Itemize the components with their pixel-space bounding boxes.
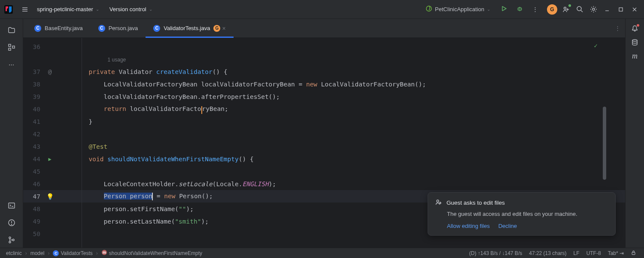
method-icon: m	[101, 249, 107, 257]
breadcrumb-item[interactable]: m shouldNotValidateWhenFirstNameEmpty	[100, 249, 204, 258]
svg-rect-36	[632, 252, 635, 255]
editor-tabs: C BaseEntity.java C Person.java C Valida…	[23, 19, 625, 38]
run-test-gutter-icon[interactable]: ▶	[45, 156, 55, 162]
maximize-window-button[interactable]	[615, 3, 627, 15]
line-number: 46	[23, 181, 45, 187]
line-number: 38	[23, 81, 45, 88]
svg-line-17	[581, 10, 583, 12]
code-with-me-button[interactable]	[560, 3, 572, 15]
terminal-tool-button[interactable]	[4, 198, 19, 213]
editor-tab[interactable]: C Person.java	[91, 19, 146, 38]
svg-point-38	[440, 203, 440, 203]
line-number: 42	[23, 131, 45, 138]
status-caret-pos[interactable]: 47:22 (13 chars)	[526, 250, 570, 256]
decline-link[interactable]: Decline	[498, 223, 517, 229]
minimize-window-button[interactable]	[601, 3, 613, 15]
debug-button[interactable]	[513, 3, 526, 15]
tab-label: Person.java	[109, 25, 138, 31]
line-number: 44	[23, 156, 45, 163]
maven-icon: m	[632, 52, 638, 61]
structure-tool-button[interactable]	[4, 40, 19, 55]
popup-body: The guest will access and edit files on …	[435, 210, 608, 218]
scrollbar-thumb[interactable]	[603, 107, 606, 180]
line-number: 39	[23, 93, 45, 100]
line-number: 43	[23, 143, 45, 150]
status-encoding[interactable]: UTF-8	[583, 250, 605, 256]
settings-button[interactable]	[587, 3, 599, 15]
status-indent[interactable]: Tab* ⇥	[605, 250, 627, 256]
guest-caret	[201, 106, 202, 114]
svg-rect-25	[12, 46, 15, 48]
breadcrumb-item[interactable]: model	[29, 249, 46, 257]
svg-point-32	[12, 239, 14, 241]
more-tools-button[interactable]: ⋯	[4, 57, 19, 72]
svg-rect-24	[9, 48, 11, 50]
status-readonly-toggle[interactable]	[627, 250, 640, 257]
svg-point-29	[11, 224, 12, 225]
status-traffic[interactable]: (D) ↑143 B/s / ↓147 B/s	[466, 250, 526, 256]
guest-edit-request-popup: Guest asks to edit files The guest will …	[428, 192, 616, 236]
line-number: 49	[23, 218, 45, 225]
more-actions-button[interactable]: ⋮	[529, 3, 541, 15]
run-button[interactable]	[498, 3, 510, 15]
line-number: 40	[23, 106, 45, 113]
chevron-right-icon: ›	[96, 250, 98, 256]
svg-point-13	[564, 7, 566, 9]
notifications-button[interactable]	[629, 22, 641, 34]
close-tab-button[interactable]: ×	[222, 25, 225, 32]
close-window-button[interactable]	[629, 3, 641, 15]
override-gutter-icon[interactable]: @	[45, 68, 55, 75]
left-tool-strip: ⋯	[0, 19, 23, 248]
tab-label: ValidatorTests.java	[164, 25, 210, 31]
class-icon: C	[153, 25, 160, 32]
breadcrumb-item[interactable]: etclinic	[4, 249, 24, 257]
editor-tab[interactable]: C ValidatorTests.java G ×	[146, 19, 233, 38]
play-icon	[501, 6, 507, 13]
run-configuration-selector[interactable]: PetClinicApplication ⌄	[421, 3, 495, 15]
vertical-dots-icon: ⋮	[615, 25, 620, 31]
tab-options-button[interactable]: ⋮	[610, 22, 625, 34]
status-line-ending[interactable]: LF	[570, 250, 583, 256]
line-number: 36	[23, 43, 45, 50]
avatar-badge: G	[547, 4, 557, 15]
class-icon: C	[34, 25, 41, 32]
svg-text:m: m	[103, 250, 106, 255]
notification-dot-icon	[637, 24, 639, 27]
chevron-down-icon: ⌄	[149, 7, 152, 12]
editor-tab[interactable]: C BaseEntity.java	[27, 19, 91, 38]
chevron-right-icon: ›	[25, 250, 27, 256]
bug-icon	[516, 6, 523, 13]
vcs-label: Version control	[109, 6, 146, 12]
project-tool-button[interactable]	[4, 22, 19, 38]
svg-point-37	[437, 200, 439, 202]
status-bar: etclinic › model › CValidatorTests › m s…	[0, 248, 644, 258]
problems-tool-button[interactable]	[4, 215, 19, 230]
maven-tool-button[interactable]: m	[629, 50, 641, 62]
app-logo	[3, 4, 14, 15]
svg-point-33	[632, 40, 637, 41]
main-menu-button[interactable]	[19, 3, 31, 15]
vertical-dots-icon: ⋮	[532, 6, 538, 12]
git-tool-button[interactable]	[4, 232, 19, 248]
vertical-scrollbar[interactable]	[602, 81, 606, 210]
line-number: 50	[23, 230, 45, 237]
allow-editing-link[interactable]: Allow editing files	[447, 223, 490, 229]
account-avatar[interactable]: G	[546, 3, 558, 15]
intention-bulb-icon[interactable]: 💡	[45, 193, 55, 200]
svg-point-4	[426, 6, 431, 11]
database-tool-button[interactable]	[629, 36, 641, 48]
usage-hint[interactable]: 1 usage	[89, 57, 126, 63]
svg-point-30	[9, 237, 11, 239]
project-selector[interactable]: spring-petclinic-master ⌄	[33, 4, 103, 14]
svg-line-9	[518, 8, 519, 8]
class-icon: C	[53, 250, 59, 256]
chevron-down-icon: ⌄	[96, 7, 99, 12]
person-icon	[435, 199, 442, 207]
chevron-right-icon: ›	[48, 250, 49, 256]
search-everywhere-button[interactable]	[574, 3, 586, 15]
tab-label: BaseEntity.java	[45, 25, 83, 31]
title-bar: spring-petclinic-master ⌄ Version contro…	[0, 0, 644, 19]
vcs-selector[interactable]: Version control ⌄	[105, 4, 157, 14]
breadcrumb-item[interactable]: CValidatorTests	[51, 249, 94, 257]
svg-rect-20	[619, 8, 623, 11]
